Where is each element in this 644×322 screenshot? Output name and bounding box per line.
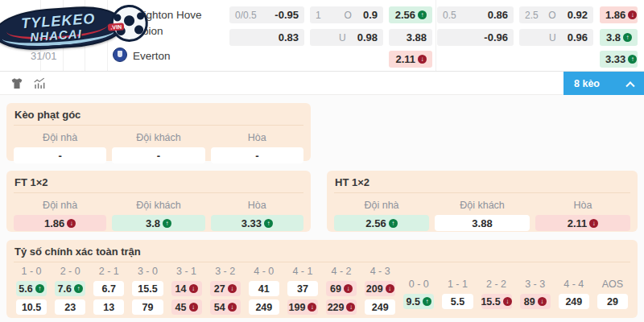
score-odds-box[interactable]: 89 [520,294,551,309]
score-label: 3 - 1 [169,265,204,278]
x12-ht-home-odds[interactable]: 2.56 [389,6,432,23]
score-odds-box[interactable]: 45 [171,299,202,315]
score-odds-box[interactable]: 209 [365,281,395,296]
under-label: U [339,32,346,43]
home-column-header: Đội nhà [14,197,106,215]
handicap-line: 0.5 [443,10,456,21]
draw-column-header: Hòa [535,197,630,215]
score-odds-box[interactable]: 54 [210,299,241,315]
score-label: AOS [595,278,630,291]
score-odds-box[interactable]: 249 [559,294,589,309]
ft-1x2-panel: FT 1×2 Đội nhà 1.86 Đội khách 3.8 Hòa 3 [6,171,311,232]
ou-ft-over-odds[interactable]: 2.5 O 0.92 [519,6,593,23]
corner-home-odds[interactable]: - [14,147,106,163]
score-label: 1 - 1 [440,278,475,291]
score-odds-box[interactable]: 5.6 [16,281,47,296]
away-team-name[interactable]: Everton [133,48,171,64]
score-odds-box[interactable]: 10.5 [16,299,47,315]
score-column: 1 - 0 5.6 10.5 [14,265,49,315]
ou-line: 2.5 [525,10,539,21]
ht-draw-odds[interactable]: 2.11 [535,215,630,231]
score-odds-box[interactable]: 15.5 [132,281,163,296]
trend-down-icon [503,297,512,306]
score-odds-box[interactable]: 69 [326,281,357,296]
over-label: O [548,10,555,21]
panel-title: HT 1×2 [334,171,630,193]
ht-away-odds[interactable]: 3.88 [435,215,530,231]
score-odds-box[interactable]: 79 [132,299,163,315]
score-column: 4 - 0 41 249 [246,265,282,315]
handicap-ht-home-odds[interactable]: 0/0.5 -0.95 [229,6,304,23]
score-odds-box[interactable]: 27 [210,281,241,296]
trend-up-icon [35,284,44,293]
ou-ht-under-odds[interactable]: U 0.98 [310,29,383,46]
score-label: 0 - 0 [401,278,436,291]
ft-draw-odds[interactable]: 3.33 [211,215,303,231]
score-column-draw: AOS 29 [595,265,630,315]
panel-title: Tỷ số chính xác toàn trận [14,240,630,262]
score-label: 4 - 0 [246,265,282,278]
home-column-header: Đội nhà [334,197,429,215]
trend-down-icon [344,284,353,293]
score-column: 3 - 1 14 45 [169,265,204,315]
trend-down-icon [308,303,316,312]
score-odds-box[interactable]: 37 [287,281,318,296]
toolbar: 8 kèo [0,72,644,95]
score-odds-box[interactable]: 199 [287,299,318,315]
score-label: 4 - 3 [362,265,398,278]
x12-ft-away-odds[interactable]: 3.33 [600,51,638,68]
score-label: 4 - 1 [285,265,320,278]
score-column-draw: 3 - 3 89 [518,265,553,315]
score-column: 2 - 0 7.6 23 [52,265,88,315]
trend-down-icon [628,10,637,19]
ht-home-odds[interactable]: 2.56 [334,215,429,231]
x12-ft-draw-odds[interactable]: 3.8 [600,29,638,46]
score-odds-box[interactable]: 249 [365,299,395,315]
ht-1x2-panel: HT 1×2 Đội nhà 2.56 Đội khách 3.88 Hòa 2… [327,171,638,232]
score-odds-box[interactable]: 229 [326,299,357,315]
score-odds-box[interactable]: 249 [249,299,279,315]
score-odds-box[interactable]: 29 [597,294,628,309]
score-odds-box[interactable]: 41 [249,281,279,296]
ou-ft-under-odds[interactable]: U 0.96 [519,29,593,46]
score-label: 3 - 2 [208,265,243,278]
score-odds-box[interactable]: 15.5 [481,294,512,309]
correct-score-panel: Tỷ số chính xác toàn trận 1 - 0 5.6 10.5… [6,240,638,318]
ft-away-odds[interactable]: 3.8 [112,215,204,231]
corner-away-odds[interactable]: - [112,147,204,163]
x12-ht-away-odds[interactable]: 2.11 [389,51,432,68]
ou-ht-over-odds[interactable]: 1 O 0.9 [310,6,383,23]
score-odds-box[interactable]: 23 [55,299,85,315]
corner-draw-odds[interactable]: - [211,147,303,163]
score-label: 4 - 4 [556,278,592,291]
score-odds-box[interactable]: 7.6 [55,281,85,296]
away-column-header: Đội khách [112,130,204,147]
keo-count-button[interactable]: 8 kèo [564,72,644,95]
score-odds-box[interactable]: 5.5 [442,294,473,309]
x12-ft-home-odds[interactable]: 1.86 [600,6,638,23]
score-label: 4 - 2 [324,265,359,278]
handicap-ht-away-odds[interactable]: 0.83 [229,29,304,46]
away-column-header: Đội khách [435,197,530,215]
score-label: 2 - 0 [52,265,88,278]
away-column-header: Đội khách [112,197,204,215]
score-column: 4 - 2 69 229 [324,265,359,315]
trend-down-icon [418,55,427,64]
trend-up-icon [74,284,83,293]
trend-down-icon [67,219,76,228]
handicap-ft-away-odds[interactable]: -0.96 [437,29,514,46]
score-odds-box[interactable]: 9.5 [403,294,434,309]
score-odds-box[interactable]: 6.7 [93,281,124,296]
analytics-chart-icon[interactable] [32,76,47,90]
handicap-ft-home-odds[interactable]: 0.5 0.86 [437,6,514,23]
divider [436,0,436,71]
score-column-draw: 0 - 0 9.5 [401,265,436,315]
score-odds-box[interactable]: 14 [171,281,202,296]
x12-ht-draw-odds[interactable]: 3.88 [389,29,432,46]
jersey-icon[interactable] [10,76,24,90]
score-column: 2 - 1 6.7 13 [91,265,126,315]
score-column: 3 - 2 27 54 [208,265,243,315]
ft-home-odds[interactable]: 1.86 [14,215,106,231]
trend-down-icon [386,284,394,293]
score-odds-box[interactable]: 13 [93,299,124,315]
